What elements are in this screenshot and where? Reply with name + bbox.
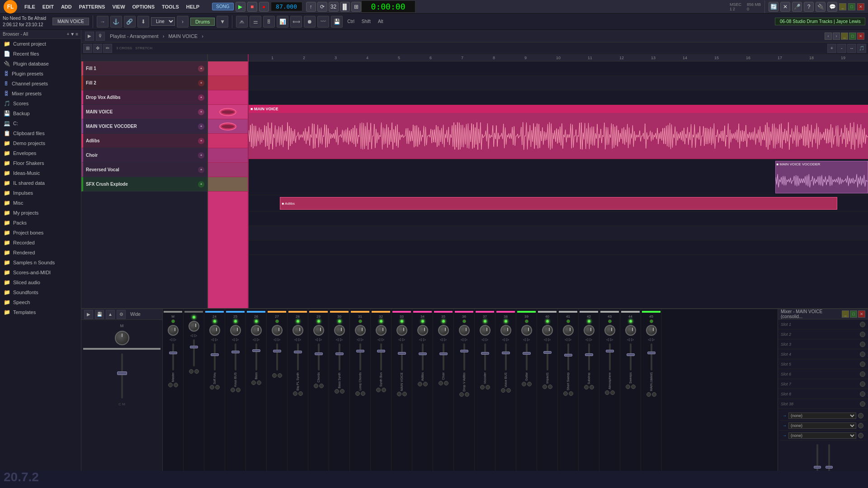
ch-led-23[interactable] xyxy=(650,319,653,323)
channel-strip-31[interactable]: 31 ◁ ▷ Long Chords xyxy=(350,309,371,471)
send-knob-2[interactable] xyxy=(858,423,863,428)
sidebar-item-soundfonts[interactable]: 📁Soundfonts xyxy=(0,287,81,297)
ch-led-11[interactable] xyxy=(400,319,404,323)
ch-fader-0[interactable] xyxy=(169,352,177,354)
right-panel-max[interactable]: □ xyxy=(850,310,857,318)
mixer-icon[interactable]: ⚌ xyxy=(250,16,261,28)
ch-recv-0[interactable] xyxy=(174,383,178,387)
ch-fader-18[interactable] xyxy=(543,351,552,354)
channel-strip-28[interactable]: 28 ◁ ▷ Big PL Synth xyxy=(288,309,308,471)
track-header-2[interactable]: Drop Vox Adlibs + xyxy=(81,90,207,105)
sidebar-item-floor-shakers[interactable]: 📁Floor Shakers xyxy=(0,158,81,168)
ch-fader-4[interactable] xyxy=(252,349,260,352)
ch-knob-3[interactable] xyxy=(230,325,241,336)
menu-patterns[interactable]: PATTERNS xyxy=(75,4,109,9)
slot-knob-4[interactable] xyxy=(860,361,865,367)
ch-send-12[interactable] xyxy=(418,382,422,386)
sidebar-item-my-projects[interactable]: 📁My projects xyxy=(0,208,81,218)
ch-recv-20[interactable] xyxy=(590,385,594,389)
sidebar-item-templates[interactable]: 📁Templates xyxy=(0,307,81,317)
grid-tool-btn[interactable]: ⊞ xyxy=(83,44,92,53)
channel-strip-38[interactable]: 38 ◁ ▷ Voice BUS xyxy=(495,309,516,471)
drums-arrow-icon[interactable]: ▼ xyxy=(217,16,228,28)
ch-send-1[interactable] xyxy=(189,369,193,374)
sidebar-item-scores[interactable]: 🎵Scores xyxy=(0,99,81,108)
grid-icon[interactable]: ⊞ xyxy=(351,2,361,12)
track-header-3[interactable]: MAIN VOICE + xyxy=(81,105,207,119)
ch-recv-2[interactable] xyxy=(215,385,220,389)
mixer-channels[interactable]: M ◁ ▷ Master ◁ ▷ 24 xyxy=(163,309,778,471)
zoom-out-btn[interactable]: - xyxy=(837,44,846,53)
menu-add[interactable]: ADD xyxy=(57,4,75,9)
mixer-play-btn[interactable]: ▶ xyxy=(84,310,93,319)
sidebar-item-c:[interactable]: 💻C: xyxy=(0,118,81,128)
eq-icon[interactable]: 🎚 xyxy=(263,16,275,28)
channel-strip-27[interactable]: 27 ◁ ▷ xyxy=(267,309,288,471)
ch-led-1[interactable] xyxy=(192,315,196,319)
ch-send-16[interactable] xyxy=(501,388,505,393)
mixer-save-btn[interactable]: 💾 xyxy=(95,310,104,319)
menu-file[interactable]: FILE xyxy=(21,4,39,9)
maximize-btn[interactable]: □ xyxy=(848,3,855,10)
help-icon[interactable]: ? xyxy=(804,2,814,12)
channel-strip-30[interactable]: 30 ◁ ▷ Bass Synth xyxy=(329,309,350,471)
window-close-btn[interactable]: ✕ xyxy=(857,3,864,10)
track-btn-7[interactable]: + xyxy=(198,167,204,173)
ch-send-0[interactable] xyxy=(168,383,173,387)
menu-edit[interactable]: EDIT xyxy=(39,4,57,9)
ch-led-20[interactable] xyxy=(587,319,591,323)
ch-fader-13[interactable] xyxy=(439,352,448,355)
ch-recv-23[interactable] xyxy=(652,392,656,397)
ch-led-16[interactable] xyxy=(504,319,508,323)
right-panel-close[interactable]: ✕ xyxy=(858,310,865,318)
sidebar-collapse-btn[interactable]: ▼ xyxy=(70,32,75,37)
slot-row-4[interactable]: Slot 5 xyxy=(778,359,868,369)
sidebar-item-channel-presets[interactable]: 🎚Channel presets xyxy=(0,79,81,89)
ch-send-6[interactable] xyxy=(293,391,297,396)
clip-row-3[interactable]: ■ MAIN VOICE xyxy=(249,105,868,159)
sidebar-item-recent-files[interactable]: 📄Recent files xyxy=(0,49,81,59)
send-select-1[interactable]: (none) xyxy=(788,413,856,419)
channel-strip-37[interactable]: 37 ◁ ▷ Vocoder xyxy=(475,309,495,471)
ch-fader-3[interactable] xyxy=(231,351,240,353)
sidebar-item-plugin-presets[interactable]: 🎛Plugin presets xyxy=(0,69,81,79)
playlist-scroll-left[interactable]: ‹ xyxy=(825,33,832,40)
sidebar-item-scores-and-midi[interactable]: 📁Scores-and-MIDI xyxy=(0,267,81,277)
slot-knob-6[interactable] xyxy=(860,381,865,387)
channel-strip-45[interactable]: 45 ◁ ▷ MAIN (dated) xyxy=(641,309,662,471)
sidebar-item-mixer-presets[interactable]: 🎛Mixer presets xyxy=(0,89,81,99)
channel-strip-42[interactable]: 42 ◁ ▷ Subdrop xyxy=(579,309,599,471)
clip-row-1[interactable] xyxy=(249,76,868,90)
ch-fader-2[interactable] xyxy=(211,353,219,356)
mic-icon[interactable]: 🎤 xyxy=(792,2,802,12)
ch-recv-4[interactable] xyxy=(257,380,261,385)
ch-knob-1[interactable] xyxy=(189,321,199,332)
track-header-6[interactable]: Choir + xyxy=(81,148,207,163)
ch-send-21[interactable] xyxy=(605,390,609,395)
vocoder-clip[interactable]: ■ MAIN VOICE VOCODER xyxy=(775,161,868,193)
ch-knob-22[interactable] xyxy=(625,325,636,336)
ch-send-18[interactable] xyxy=(542,385,547,389)
sidebar-item-recorded[interactable]: 📁Recorded xyxy=(0,238,81,248)
link-icon[interactable]: 🔗 xyxy=(124,16,136,28)
menu-options[interactable]: OPTIONS xyxy=(129,4,159,9)
ch-send-8[interactable] xyxy=(335,389,339,394)
channel-strip-25[interactable]: 25 ◁ ▷ Keys BUS xyxy=(225,309,246,471)
ch-recv-18[interactable] xyxy=(548,385,552,389)
minimize-btn[interactable]: _ xyxy=(839,3,846,10)
ch-led-17[interactable] xyxy=(525,319,528,323)
ch-led-3[interactable] xyxy=(234,319,237,323)
ch-fader-12[interactable] xyxy=(419,352,427,355)
anchor-icon[interactable]: ⚓ xyxy=(110,16,122,28)
channel-strip-26[interactable]: 26 ◁ ▷ Bass xyxy=(246,309,267,471)
ch-fader-11[interactable] xyxy=(398,352,406,355)
ch-led-8[interactable] xyxy=(338,319,341,323)
slot-row-7[interactable]: Slot 8 xyxy=(778,389,868,399)
channel-strip-24[interactable]: 24 ◁ ▷ Soft Key xyxy=(204,309,225,471)
slot-row-8[interactable]: Slot 38 xyxy=(778,399,868,409)
sidebar-item-packs[interactable]: 📁Packs xyxy=(0,218,81,228)
ch-send-11[interactable] xyxy=(397,392,401,396)
sidebar-item-plugin-database[interactable]: 🔌Plugin database xyxy=(0,59,81,69)
sidebar-item-samples-n-sounds[interactable]: 📁Samples n Sounds xyxy=(0,258,81,267)
line-select[interactable]: Line xyxy=(151,17,175,26)
